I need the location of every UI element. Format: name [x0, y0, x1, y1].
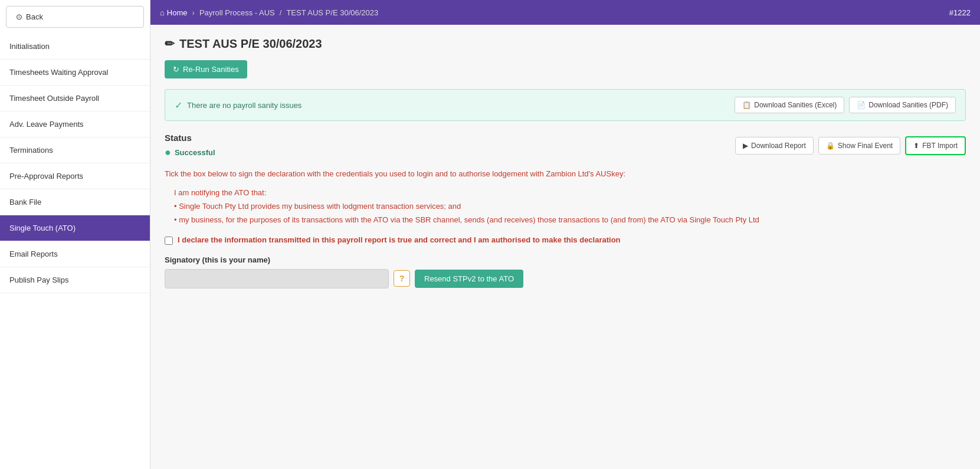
sanity-notice-text: There are no payroll sanity issues	[187, 101, 301, 110]
sidebar-item-label: Timesheets Waiting Approval	[9, 68, 108, 77]
sanity-notice-right: 📋 Download Sanities (Excel) 📄 Download S…	[735, 97, 956, 113]
download-report-label: Download Report	[751, 142, 806, 150]
check-icon: ✓	[175, 100, 182, 111]
sidebar-item-label: Publish Pay Slips	[9, 276, 68, 284]
page-content-area: ✏ TEST AUS P/E 30/06/2023 ↻ Re-Run Sanit…	[150, 25, 980, 300]
declaration-body: I am notifying the ATO that: • Single To…	[174, 186, 966, 227]
back-button[interactable]: ⊙ Back	[6, 6, 144, 28]
status-left: Status ● Successful	[165, 133, 215, 159]
sidebar-item-timesheets-waiting-approval[interactable]: Timesheets Waiting Approval	[0, 60, 150, 86]
excel-icon: 📋	[742, 101, 751, 109]
resend-stpv2-button[interactable]: Resend STPv2 to the ATO	[415, 270, 523, 288]
upload-icon: ⬆	[913, 142, 919, 150]
back-label: Back	[26, 12, 43, 21]
sidebar-item-label: Bank File	[9, 198, 41, 206]
fbt-import-button[interactable]: ⬆ FBT Import	[905, 136, 966, 155]
signatory-help-button[interactable]: ?	[394, 270, 410, 287]
rerun-label: Re-Run Sanities	[183, 65, 239, 74]
status-value-row: ● Successful	[165, 146, 215, 159]
download-report-button[interactable]: ▶ Download Report	[735, 137, 814, 155]
sidebar-item-bank-file[interactable]: Bank File	[0, 189, 150, 215]
topbar: ⌂ Home › Payroll Process - AUS / TEST AU…	[150, 0, 980, 25]
sidebar-item-terminations[interactable]: Terminations	[0, 137, 150, 163]
declaration-checkbox-label: I declare the information transmitted in…	[178, 235, 621, 244]
status-section: Status ● Successful ▶ Download Report 🔒 …	[165, 133, 966, 159]
status-header: Status ● Successful ▶ Download Report 🔒 …	[165, 133, 966, 159]
declaration-line3: • my business, for the purposes of its t…	[174, 213, 966, 227]
sidebar: ⊙ Back Initialisation Timesheets Waiting…	[0, 0, 150, 469]
sidebar-item-label: Adv. Leave Payments	[9, 120, 84, 129]
back-icon: ⊙	[16, 12, 22, 21]
breadcrumb-link[interactable]: Payroll Process - AUS	[199, 8, 275, 17]
breadcrumb-current: TEST AUS P/E 30/06/2023	[286, 8, 378, 17]
download-sanities-pdf-label: Download Sanities (PDF)	[868, 101, 948, 109]
refresh-icon: ↻	[173, 65, 179, 74]
breadcrumb-separator: ›	[192, 8, 195, 17]
home-icon: ⌂	[160, 8, 165, 17]
declaration-checkbox-row: I declare the information transmitted in…	[165, 235, 966, 245]
sidebar-item-label: Pre-Approval Reports	[9, 172, 83, 181]
home-button[interactable]: ⌂ Home	[160, 8, 188, 17]
download-sanities-excel-button[interactable]: 📋 Download Sanities (Excel)	[735, 97, 844, 113]
sidebar-item-adv-leave-payments[interactable]: Adv. Leave Payments	[0, 111, 150, 137]
play-icon: ▶	[743, 142, 748, 150]
signatory-input[interactable]	[165, 269, 389, 288]
status-buttons: ▶ Download Report 🔒 Show Final Event ⬆ F…	[735, 136, 966, 155]
sidebar-item-publish-pay-slips[interactable]: Publish Pay Slips	[0, 267, 150, 293]
sidebar-item-single-touch-ato[interactable]: Single Touch (ATO)	[0, 215, 150, 241]
fbt-import-label: FBT Import	[922, 142, 958, 150]
resend-label: Resend STPv2 to the ATO	[424, 274, 514, 283]
sanity-notice: ✓ There are no payroll sanity issues 📋 D…	[165, 89, 966, 121]
download-sanities-excel-label: Download Sanities (Excel)	[754, 101, 837, 109]
record-id: #1222	[949, 8, 971, 17]
sidebar-item-pre-approval-reports[interactable]: Pre-Approval Reports	[0, 163, 150, 189]
rerun-sanities-button[interactable]: ↻ Re-Run Sanities	[165, 60, 247, 78]
pdf-icon: 📄	[857, 101, 866, 109]
declaration-intro: Tick the box below to sign the declarati…	[165, 168, 966, 180]
declaration-line1: I am notifying the ATO that:	[174, 186, 966, 199]
home-label: Home	[167, 8, 188, 17]
question-icon: ?	[399, 274, 405, 283]
sidebar-item-initialisation[interactable]: Initialisation	[0, 34, 150, 60]
signatory-label: Signatory (this is your name)	[165, 255, 966, 264]
topbar-left: ⌂ Home › Payroll Process - AUS / TEST AU…	[160, 8, 378, 17]
declaration-line2: • Single Touch Pty Ltd provides my busin…	[174, 199, 966, 213]
sidebar-item-label: Initialisation	[9, 42, 50, 51]
sidebar-item-label: Timesheet Outside Payroll	[9, 94, 99, 103]
sidebar-item-label: Email Reports	[9, 250, 58, 258]
page-title-text: TEST AUS P/E 30/06/2023	[179, 37, 322, 51]
show-final-event-button[interactable]: 🔒 Show Final Event	[818, 137, 900, 155]
breadcrumb-separator-2: /	[280, 8, 282, 17]
pencil-icon: ✏	[165, 37, 175, 51]
sidebar-item-timesheet-outside-payroll[interactable]: Timesheet Outside Payroll	[0, 86, 150, 111]
status-value: Successful	[175, 148, 215, 157]
main-content: ⌂ Home › Payroll Process - AUS / TEST AU…	[150, 0, 980, 469]
declaration-checkbox[interactable]	[165, 237, 173, 245]
sanity-notice-left: ✓ There are no payroll sanity issues	[175, 100, 301, 111]
download-sanities-pdf-button[interactable]: 📄 Download Sanities (PDF)	[849, 97, 956, 113]
sidebar-item-label: Terminations	[9, 146, 53, 155]
show-final-event-label: Show Final Event	[838, 142, 893, 150]
status-dot-icon: ●	[165, 146, 171, 159]
signatory-row: ? Resend STPv2 to the ATO	[165, 269, 966, 288]
page-title: ✏ TEST AUS P/E 30/06/2023	[165, 37, 966, 51]
status-title: Status	[165, 133, 215, 143]
lock-icon: 🔒	[826, 142, 835, 150]
sidebar-item-label: Single Touch (ATO)	[9, 224, 76, 232]
sidebar-item-email-reports[interactable]: Email Reports	[0, 241, 150, 267]
